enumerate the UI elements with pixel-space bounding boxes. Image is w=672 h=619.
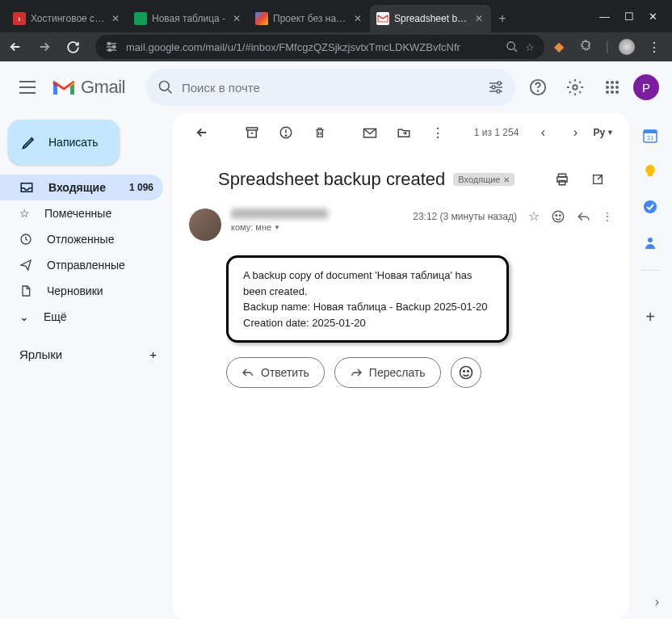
svg-point-39 [552, 211, 564, 222]
nav-sent[interactable]: Отправленные [0, 252, 163, 278]
sender-avatar[interactable] [189, 208, 221, 241]
msg-more-button[interactable]: ⋮ [603, 211, 612, 222]
calendar-icon[interactable]: 31 [642, 128, 658, 144]
minimize-button[interactable]: — [599, 11, 610, 23]
close-icon[interactable]: ✕ [473, 13, 485, 24]
site-info-icon[interactable] [105, 41, 120, 53]
bookmark-icon[interactable]: ☆ [525, 41, 535, 53]
browser-menu-button[interactable]: ⋮ [645, 40, 664, 55]
addons-button[interactable]: + [645, 308, 655, 326]
svg-point-49 [648, 238, 653, 242]
profile-icon[interactable] [619, 39, 635, 55]
svg-point-43 [463, 371, 464, 373]
reload-button[interactable] [66, 40, 86, 54]
forward-label: Переслать [369, 366, 426, 379]
svg-rect-7 [19, 81, 36, 82]
open-window-button[interactable] [583, 165, 612, 194]
reply-icon[interactable] [577, 210, 591, 223]
close-icon[interactable]: ✕ [231, 13, 242, 24]
nav-label: Входящие [48, 181, 106, 194]
nav-inbox[interactable]: Входящие 1 096 [0, 175, 163, 200]
close-window-button[interactable]: ✕ [649, 11, 657, 23]
svg-point-26 [606, 91, 609, 94]
add-label-button[interactable]: + [149, 347, 157, 361]
compose-label: Написать [48, 136, 98, 149]
menu-button[interactable] [10, 69, 45, 105]
svg-point-48 [644, 200, 657, 213]
nav-starred[interactable]: ☆ Помеченные [0, 200, 163, 226]
more-button[interactable]: ⋮ [423, 118, 452, 147]
svg-rect-9 [19, 92, 36, 94]
url-text: mail.google.com/mail/u/1/#inbox/FMfcgzQZ… [126, 41, 499, 53]
search-options-icon[interactable] [488, 80, 504, 95]
svg-point-15 [492, 86, 495, 89]
keep-icon[interactable] [642, 163, 658, 179]
extension-icon[interactable]: ◆ [554, 39, 570, 55]
reply-button[interactable]: Ответить [226, 357, 325, 388]
chevron-down-icon: ⌄ [19, 310, 29, 323]
svg-point-25 [615, 86, 619, 89]
input-lang[interactable]: Ру▼ [593, 127, 614, 138]
star-icon: ☆ [19, 207, 30, 220]
search-icon[interactable] [506, 40, 519, 53]
help-icon[interactable] [522, 71, 554, 103]
search-box[interactable] [146, 69, 515, 106]
newtab-button[interactable]: + [491, 5, 514, 32]
nav-drafts[interactable]: Черновики [0, 278, 163, 304]
svg-point-14 [498, 82, 501, 85]
svg-point-44 [467, 371, 468, 373]
nav-snoozed[interactable]: Отложенные [0, 226, 163, 252]
prev-button[interactable]: ‹ [528, 118, 557, 147]
label-chip[interactable]: Входящие✕ [453, 173, 514, 186]
inbox-icon [19, 180, 34, 195]
close-icon[interactable]: ✕ [110, 13, 121, 24]
browser-tab-0[interactable]: › Хостинговое со… ✕ [6, 5, 128, 32]
forward-icon [350, 367, 363, 378]
contacts-icon[interactable] [642, 234, 658, 251]
collapse-panel-button[interactable]: › [655, 595, 659, 609]
emoji-button[interactable] [451, 357, 481, 388]
print-button[interactable] [548, 165, 577, 194]
tasks-icon[interactable] [642, 199, 658, 215]
close-icon[interactable]: ✕ [352, 13, 363, 24]
message-body: A backup copy of document 'Новая таблица… [226, 255, 509, 343]
back-button[interactable] [8, 40, 27, 54]
address-bar[interactable]: mail.google.com/mail/u/1/#inbox/FMfcgzQZ… [95, 35, 544, 59]
browser-tab-2[interactable]: Проект без назв… ✕ [249, 5, 370, 32]
gmail-logo[interactable]: Gmail [52, 77, 125, 98]
archive-button[interactable] [237, 118, 267, 147]
apps-icon[interactable] [596, 71, 628, 103]
forward-button[interactable] [37, 40, 57, 54]
pencil-icon [21, 134, 37, 150]
emoji-react-button[interactable] [551, 209, 565, 224]
recipient-line[interactable]: кому: мне▼ [231, 222, 403, 232]
star-button[interactable]: ☆ [528, 208, 540, 224]
svg-point-28 [615, 91, 619, 94]
browser-tab-1[interactable]: Новая таблица - ✕ [128, 5, 249, 32]
search-input[interactable] [182, 81, 480, 95]
logo-text: Gmail [81, 77, 125, 98]
tab-title: Новая таблица - [152, 13, 226, 24]
spam-button[interactable] [271, 118, 300, 147]
maximize-button[interactable]: ☐ [624, 11, 634, 23]
nav-more[interactable]: ⌄ Ещё [0, 304, 163, 330]
compose-button[interactable]: Написать [8, 120, 120, 165]
extensions-button[interactable] [580, 39, 596, 55]
svg-point-22 [615, 81, 619, 84]
svg-point-21 [611, 81, 614, 84]
svg-point-33 [285, 135, 286, 136]
move-button[interactable] [389, 118, 418, 147]
next-button[interactable]: › [561, 118, 590, 147]
svg-rect-8 [19, 86, 36, 88]
svg-point-24 [611, 86, 614, 89]
account-avatar[interactable]: P [633, 74, 659, 100]
search-icon [158, 79, 174, 95]
back-button[interactable] [187, 118, 216, 147]
mark-unread-button[interactable] [355, 118, 384, 147]
svg-point-40 [556, 214, 557, 216]
browser-tab-3[interactable]: Spreadsheet back… ✕ [370, 5, 491, 32]
settings-icon[interactable] [559, 71, 591, 103]
delete-button[interactable] [305, 118, 334, 147]
labels-header: Ярлыки + [0, 341, 173, 367]
forward-button[interactable]: Переслать [334, 357, 441, 388]
